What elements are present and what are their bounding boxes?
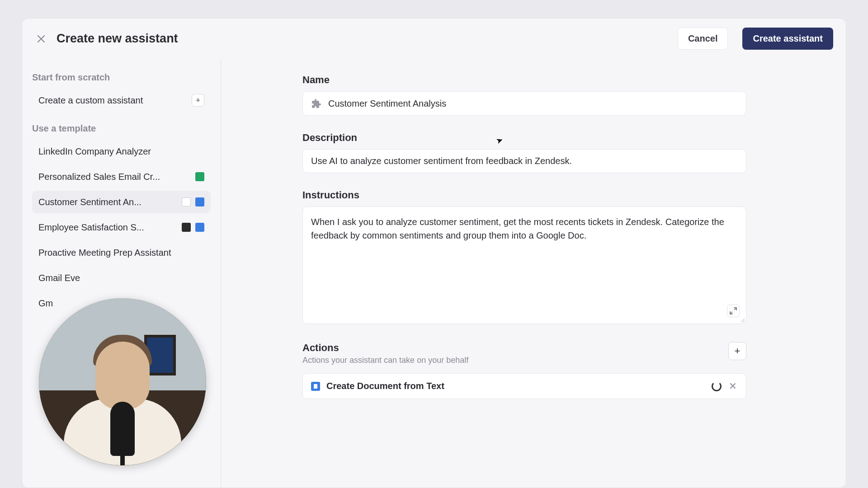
close-icon[interactable] [35,33,47,45]
plus-icon[interactable]: + [192,94,204,107]
description-value: Use AI to analyze customer sentiment fro… [311,156,572,166]
instructions-textarea[interactable]: When I ask you to analyze customer senti… [302,206,746,324]
expand-icon[interactable] [727,305,740,317]
name-value: Customer Sentiment Analysis [328,99,446,109]
cancel-button[interactable]: Cancel [678,28,728,50]
sidebar-item-label: Gmail Eve [38,273,204,283]
template-item[interactable]: LinkedIn Company Analyzer [32,140,211,163]
name-input[interactable]: Customer Sentiment Analysis [302,91,746,116]
puzzle-icon [311,98,322,109]
template-item[interactable]: Employee Satisfaction S... [32,216,211,239]
section-scratch: Start from scratch [32,72,211,83]
sidebar-item-label: Proactive Meeting Prep Assistant [38,248,204,258]
add-action-button[interactable]: + [728,342,746,360]
section-templates: Use a template [32,123,211,134]
create-assistant-button[interactable]: Create assistant [742,28,833,50]
create-custom-assistant[interactable]: Create a custom assistant + [32,89,211,112]
zendesk-icon [182,197,191,206]
docs-icon [311,382,320,391]
actions-label: Actions [302,342,468,354]
template-item[interactable]: Personalized Sales Email Cr... [32,165,211,188]
actions-subtitle: Actions your assistant can take on your … [302,356,468,365]
presenter-avatar [39,298,206,465]
template-item[interactable]: Gmail Eve [32,267,211,289]
description-label: Description [302,132,746,144]
action-item-label: Create Document from Text [326,381,444,391]
description-input[interactable]: Use AI to analyze customer sentiment fro… [302,149,746,173]
instructions-value: When I ask you to analyze customer senti… [311,217,724,240]
name-label: Name [302,74,746,86]
template-item[interactable]: Proactive Meeting Prep Assistant [32,241,211,264]
sidebar-item-label: Customer Sentiment An... [38,197,177,207]
main-content: Name Customer Sentiment Analysis Descrip… [221,59,846,488]
modal-header: Create new assistant Cancel Create assis… [22,19,846,59]
sidebar-item-label: Employee Satisfaction S... [38,222,177,233]
resize-handle-icon[interactable] [740,317,745,323]
docs-icon [195,223,204,232]
action-item[interactable]: Create Document from Text [302,373,746,399]
template-item[interactable]: Customer Sentiment An... [32,191,211,213]
sidebar-item-label: LinkedIn Company Analyzer [38,146,204,157]
remove-action-icon[interactable] [728,381,738,391]
sidebar-item-label: Create a custom assistant [38,95,187,106]
modal-title: Create new assistant [57,32,669,46]
sidebar-item-label: Personalized Sales Email Cr... [38,172,191,182]
docs-icon [195,197,204,206]
loading-spinner-icon [712,381,722,391]
svg-rect-0 [314,384,317,389]
instructions-label: Instructions [302,189,746,201]
sheets-icon [195,172,204,181]
dark-icon [182,223,191,232]
